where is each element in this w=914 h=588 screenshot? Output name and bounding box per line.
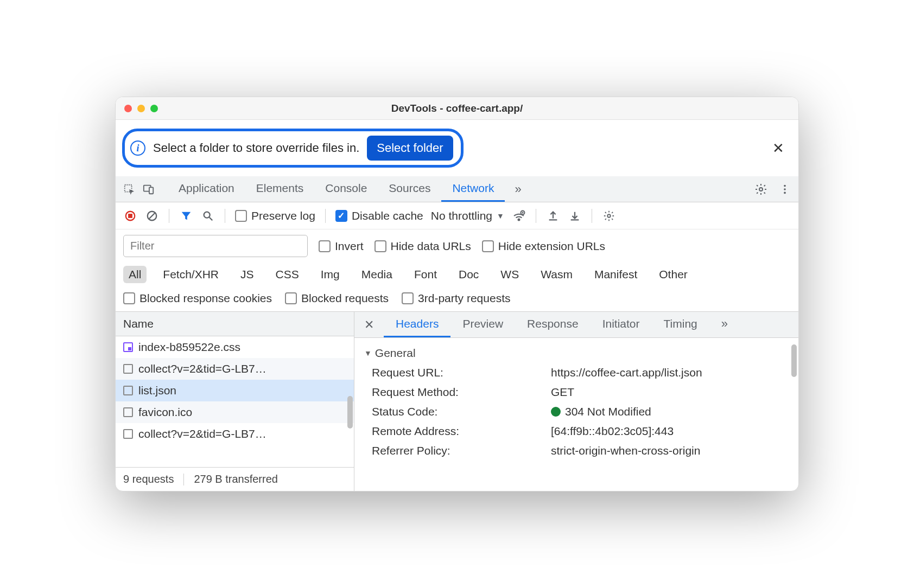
throttling-label: No throttling (431, 209, 492, 222)
header-key: Request URL: (372, 366, 551, 379)
resource-type-filter: AllFetch/XHRJSCSSImgMediaFontDocWSWasmMa… (116, 263, 798, 289)
type-filter-font[interactable]: Font (409, 266, 442, 283)
hide-extension-urls-label: Hide extension URLs (498, 240, 605, 253)
type-filter-doc[interactable]: Doc (453, 266, 484, 283)
svg-rect-8 (129, 214, 132, 218)
type-filter-css[interactable]: CSS (270, 266, 304, 283)
tab-console[interactable]: Console (314, 176, 378, 202)
tab-network[interactable]: Network (441, 176, 505, 202)
search-icon[interactable] (201, 209, 215, 223)
hide-data-urls-label: Hide data URLs (391, 240, 471, 253)
device-toggle-icon[interactable] (141, 181, 157, 197)
tab-application[interactable]: Application (168, 176, 245, 202)
detail-tabbar: ✕ HeadersPreviewResponseInitiatorTiming» (354, 312, 798, 338)
header-row: Request URL:https://coffee-cart.app/list… (364, 363, 789, 382)
request-list-panel: Name index-b859522e.csscollect?v=2&tid=G… (116, 312, 354, 491)
status-dot-icon (551, 407, 561, 417)
other-filters: Blocked response cookies Blocked request… (116, 289, 798, 312)
minimize-window-button[interactable] (137, 105, 145, 112)
disable-cache-checkbox[interactable]: Disable cache (335, 209, 423, 222)
preserve-log-label: Preserve log (251, 209, 315, 222)
record-button[interactable] (123, 209, 137, 223)
settings-gear-icon[interactable] (753, 181, 769, 197)
detail-tab-headers[interactable]: Headers (384, 312, 450, 337)
request-name: favicon.ico (138, 406, 192, 419)
detail-tabs-overflow[interactable]: » (709, 312, 740, 337)
blocked-requests-checkbox[interactable]: Blocked requests (285, 292, 389, 305)
filter-toggle-icon[interactable] (179, 209, 193, 223)
hide-data-urls-checkbox[interactable]: Hide data URLs (375, 240, 471, 253)
header-value: GET (551, 386, 789, 399)
svg-rect-2 (149, 187, 153, 194)
window-controls (124, 105, 158, 112)
network-settings-gear-icon[interactable] (602, 209, 616, 223)
file-icon (123, 429, 133, 439)
detail-tab-preview[interactable]: Preview (450, 312, 515, 337)
export-har-icon[interactable] (546, 209, 560, 223)
type-filter-media[interactable]: Media (356, 266, 398, 283)
hide-extension-urls-checkbox[interactable]: Hide extension URLs (482, 240, 605, 253)
general-section-toggle[interactable]: ▼ General (364, 343, 789, 363)
zoom-window-button[interactable] (150, 105, 158, 112)
svg-point-4 (784, 184, 786, 187)
svg-point-13 (518, 219, 519, 220)
header-value: strict-origin-when-cross-origin (551, 444, 789, 457)
third-party-checkbox[interactable]: 3rd-party requests (402, 292, 510, 305)
svg-point-5 (784, 188, 786, 190)
type-filter-js[interactable]: JS (235, 266, 259, 283)
request-row[interactable]: collect?v=2&tid=G-LB7… (116, 358, 354, 380)
preserve-log-checkbox[interactable]: Preserve log (235, 209, 315, 222)
request-row[interactable]: index-b859522e.css (116, 336, 354, 358)
svg-point-6 (784, 191, 786, 194)
file-icon (123, 386, 133, 395)
svg-point-11 (204, 212, 210, 218)
request-list[interactable]: index-b859522e.csscollect?v=2&tid=G-LB7…… (116, 336, 354, 467)
close-detail-button[interactable]: ✕ (354, 318, 384, 332)
override-infobar: i Select a folder to store override file… (116, 120, 798, 176)
svg-point-3 (759, 188, 763, 191)
type-filter-fetchxhr[interactable]: Fetch/XHR (157, 266, 224, 283)
scrollbar-thumb[interactable] (347, 396, 353, 429)
clear-button[interactable] (145, 209, 159, 223)
select-folder-button[interactable]: Select folder (367, 136, 453, 161)
type-filter-other[interactable]: Other (653, 266, 693, 283)
filter-input[interactable] (123, 235, 308, 257)
kebab-menu-icon[interactable] (777, 181, 793, 197)
invert-checkbox[interactable]: Invert (319, 240, 364, 253)
tabs-overflow-button[interactable]: » (508, 182, 528, 196)
header-key: Referrer Policy: (372, 444, 551, 457)
type-filter-ws[interactable]: WS (495, 266, 524, 283)
transferred-size: 279 B transferred (194, 473, 278, 485)
request-name: list.json (138, 384, 176, 397)
chevron-down-icon: ▼ (497, 212, 504, 220)
close-window-button[interactable] (124, 105, 132, 112)
filter-bar: Invert Hide data URLs Hide extension URL… (116, 229, 798, 263)
type-filter-all[interactable]: All (123, 266, 147, 283)
close-infobar-button[interactable]: ✕ (768, 138, 789, 159)
tab-sources[interactable]: Sources (378, 176, 441, 202)
requests-count: 9 requests (123, 473, 174, 485)
request-name: collect?v=2&tid=G-LB7… (138, 427, 266, 440)
type-filter-wasm[interactable]: Wasm (535, 266, 578, 283)
inspect-icon[interactable] (121, 181, 137, 197)
network-conditions-icon[interactable] (512, 209, 526, 223)
scrollbar-thumb[interactable] (791, 344, 797, 377)
override-infobar-text: Select a folder to store override files … (153, 141, 359, 155)
header-row: Request Method:GET (364, 382, 789, 402)
type-filter-manifest[interactable]: Manifest (589, 266, 643, 283)
throttling-dropdown[interactable]: No throttling ▼ (431, 209, 504, 222)
blocked-cookies-checkbox[interactable]: Blocked response cookies (123, 292, 272, 305)
header-value: 304 Not Modified (551, 405, 789, 418)
import-har-icon[interactable] (568, 209, 582, 223)
detail-tab-initiator[interactable]: Initiator (591, 312, 652, 337)
tab-elements[interactable]: Elements (245, 176, 315, 202)
request-row[interactable]: list.json (116, 380, 354, 401)
network-toolbar: Preserve log Disable cache No throttling… (116, 202, 798, 229)
request-list-header[interactable]: Name (116, 312, 354, 336)
detail-tab-timing[interactable]: Timing (652, 312, 709, 337)
request-row[interactable]: favicon.ico (116, 401, 354, 423)
request-name: index-b859522e.css (138, 341, 240, 354)
type-filter-img[interactable]: Img (315, 266, 345, 283)
request-row[interactable]: collect?v=2&tid=G-LB7… (116, 423, 354, 445)
detail-tab-response[interactable]: Response (515, 312, 591, 337)
